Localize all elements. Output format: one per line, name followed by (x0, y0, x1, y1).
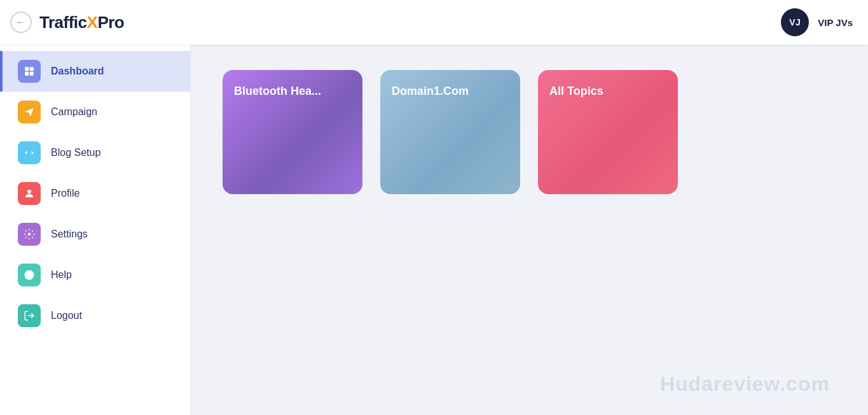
sidebar-item-profile[interactable]: Profile (0, 173, 190, 214)
sidebar-item-help[interactable]: i Help (0, 255, 190, 295)
svg-text:i: i (29, 271, 31, 279)
sidebar-item-settings[interactable]: Settings (0, 214, 190, 255)
card-topics-title: All Topics (549, 84, 603, 99)
sidebar-item-logout[interactable]: Logout (0, 295, 190, 336)
header-left: ← TrafficXPro (10, 11, 124, 33)
logo-traffic: Traffic (39, 13, 87, 32)
sidebar-item-dashboard[interactable]: Dashboard (0, 51, 190, 92)
card-topics[interactable]: All Topics (538, 70, 678, 194)
svg-rect-2 (25, 72, 29, 76)
svg-point-4 (27, 190, 31, 193)
dashboard-icon (18, 60, 41, 83)
vip-label: VIP JVs (818, 17, 853, 28)
watermark: Hudareview.com (660, 372, 830, 396)
svg-rect-3 (30, 72, 34, 76)
header-right: VJ VIP JVs (781, 8, 853, 36)
card-domain[interactable]: Domain1.Com (380, 70, 520, 194)
cards-grid: Bluetooth Hea... Domain1.Com All Topics (223, 70, 836, 194)
sidebar-label-profile: Profile (51, 188, 79, 199)
help-icon: i (18, 264, 41, 286)
main-layout: Dashboard Campaign Blog Setup Profile Se… (0, 45, 868, 415)
back-icon: ← (16, 17, 26, 28)
sidebar-label-help: Help (51, 269, 72, 281)
sidebar-label-logout: Logout (51, 310, 82, 321)
settings-icon (18, 223, 41, 246)
logout-icon (18, 304, 41, 327)
sidebar-label-dashboard: Dashboard (51, 66, 104, 77)
svg-rect-1 (30, 67, 34, 71)
avatar[interactable]: VJ (781, 8, 809, 36)
sidebar-label-campaign: Campaign (51, 106, 97, 118)
logo-pro: Pro (97, 13, 124, 32)
blog-setup-icon (18, 141, 41, 164)
svg-rect-0 (25, 67, 29, 71)
back-button[interactable]: ← (10, 11, 32, 33)
sidebar-item-blog-setup[interactable]: Blog Setup (0, 132, 190, 173)
card-domain-title: Domain1.Com (392, 84, 469, 99)
card-bluetooth-title: Bluetooth Hea... (234, 84, 321, 99)
svg-point-5 (28, 233, 31, 236)
sidebar-label-settings: Settings (51, 229, 88, 240)
content-area: Bluetooth Hea... Domain1.Com All Topics … (191, 45, 868, 415)
sidebar-label-blog-setup: Blog Setup (51, 147, 100, 158)
profile-icon (18, 182, 41, 205)
sidebar: Dashboard Campaign Blog Setup Profile Se… (0, 45, 191, 415)
card-bluetooth[interactable]: Bluetooth Hea... (223, 70, 362, 194)
logo: TrafficXPro (39, 13, 124, 32)
header: ← TrafficXPro VJ VIP JVs (0, 0, 868, 45)
logo-x: X (87, 13, 98, 32)
campaign-icon (18, 101, 41, 123)
sidebar-item-campaign[interactable]: Campaign (0, 92, 190, 132)
